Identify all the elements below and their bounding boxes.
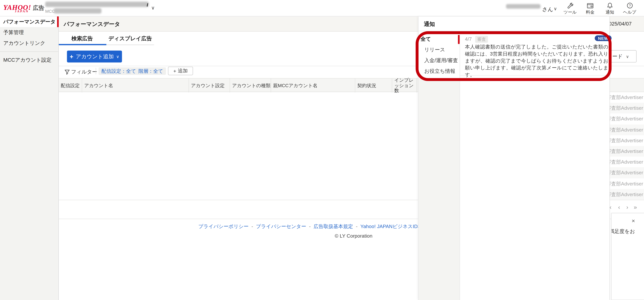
filter-separator <box>96 68 96 74</box>
account-name-redacted <box>45 2 149 7</box>
tab-label: 検索広告 <box>72 35 93 42</box>
filter-button[interactable]: フィルター <box>64 69 97 76</box>
header-nav-tools[interactable]: ツール <box>561 2 579 15</box>
filter-chip-delivery[interactable]: 配信設定：全て <box>98 67 139 75</box>
sidebar-item-performance-data[interactable]: パフォーマンスデータ <box>0 17 59 27</box>
notification-tab-payment-ops-review[interactable]: 入金/運用/審査 <box>424 57 458 64</box>
notification-item-border <box>460 75 610 76</box>
header-nav-help[interactable]: ? ヘルプ <box>620 2 638 15</box>
filter-chip-hierarchy[interactable]: 階層：全て <box>136 67 166 75</box>
user-suffix-label: さん <box>542 6 553 13</box>
footer-separator: - <box>309 224 311 229</box>
sidebar-item-budget[interactable]: 予算管理 <box>0 27 59 38</box>
notification-date: 4/7 <box>465 36 472 42</box>
pagination-last-icon[interactable]: » <box>634 204 637 210</box>
add-account-button[interactable]: + アカウント追加 ∨ <box>67 51 122 62</box>
header-nav-notifications[interactable]: 通知 <box>601 2 619 15</box>
selected-indicator <box>57 17 59 27</box>
user-menu-chevron-icon[interactable]: ∨ <box>554 6 557 12</box>
app-window: YAHOO! JAPAN 広告 ∨ MCC さん ∨ ツール 料金 <box>0 0 644 300</box>
top-header: YAHOO! JAPAN 広告 ∨ MCC さん ∨ ツール 料金 <box>0 0 644 17</box>
unread-indicator <box>458 35 460 44</box>
bell-icon <box>601 2 619 9</box>
billing-card-icon <box>581 2 599 9</box>
inactive-tab-underline <box>106 44 154 45</box>
svg-text:?: ? <box>629 4 630 8</box>
close-icon[interactable]: × <box>632 217 635 224</box>
column-header[interactable]: アカウント設定 <box>189 79 230 92</box>
pagination-prev-icon[interactable]: ‹ <box>618 204 620 210</box>
survey-toast: × 満足度をお <box>611 213 644 300</box>
notification-tab-tips[interactable]: お役立ち情報 <box>424 68 455 75</box>
footer-separator: - <box>252 224 253 229</box>
sidebar-divider <box>0 51 59 52</box>
add-filter-button[interactable]: + 追加 <box>168 67 193 75</box>
add-account-label: アカウント追加 <box>76 53 114 60</box>
tab-label: ディスプレイ広告 <box>108 35 152 42</box>
wrench-icon <box>561 2 579 9</box>
column-header[interactable]: アカウントの種類 <box>230 79 271 92</box>
header-nav-tools-label: ツール <box>561 10 579 15</box>
column-header[interactable]: 契約状況 <box>355 79 392 92</box>
plus-icon: + <box>70 53 73 60</box>
sidebar-item-label: パフォーマンスデータ <box>3 19 56 25</box>
header-nav-billing-label: 料金 <box>581 10 599 15</box>
column-header[interactable]: 親MCCアカウント名 <box>271 79 355 92</box>
new-badge: NEW <box>595 35 612 41</box>
mcc-label: MCC <box>45 9 55 14</box>
page-title: パフォーマンスデータ <box>64 21 120 28</box>
panel-rail-background <box>418 78 460 300</box>
account-switch-chevron-icon[interactable]: ∨ <box>151 5 155 11</box>
survey-text: 満足度をお <box>611 228 635 235</box>
copyright: © LY Corporation <box>335 233 372 239</box>
notification-panel: 通知 全て リリース 入金/運用/審査 お役立ち情報 4/7 審査 NEW 本人… <box>418 17 610 300</box>
notification-tab-release[interactable]: リリース <box>424 47 445 54</box>
header-nav-notifications-label: 通知 <box>601 10 619 15</box>
plus-icon: + <box>173 68 176 74</box>
footer-link-ad-rules[interactable]: 広告取扱基本規定 <box>314 224 353 229</box>
notification-tab-all[interactable]: 全て <box>420 36 431 43</box>
sidebar-item-label: アカウントリンク <box>3 40 45 46</box>
active-tab-underline <box>59 44 106 45</box>
sidebar-item-mcc-settings[interactable]: MCCアカウント設定 <box>0 55 59 65</box>
funnel-icon <box>64 70 70 75</box>
sidebar-item-account-link[interactable]: アカウントリンク <box>0 38 59 49</box>
panel-rail-divider <box>460 31 460 300</box>
yahoo-japan-ads-logo[interactable]: YAHOO! JAPAN 広告 <box>3 4 44 14</box>
column-header[interactable]: 配信設定 <box>59 79 82 92</box>
tab-display-ads[interactable]: ディスプレイ広告 <box>108 35 153 44</box>
tab-search-ads[interactable]: 検索広告 <box>66 35 98 44</box>
sidebar-item-label: 予算管理 <box>3 30 24 35</box>
add-filter-label: 追加 <box>178 67 188 74</box>
logo-service-text: 広告 <box>33 5 44 12</box>
header-nav-billing[interactable]: 料金 <box>581 2 599 15</box>
notification-category-badge: 審査 <box>475 36 488 43</box>
help-icon: ? <box>620 2 638 9</box>
sidebar-item-label: MCCアカウント設定 <box>3 57 52 63</box>
mcc-name-redacted <box>54 8 102 14</box>
footer-link-privacy-center[interactable]: プライバシーセンター <box>256 224 306 229</box>
column-header[interactable]: インプレッション数 <box>392 79 417 92</box>
user-name-redacted <box>506 4 540 9</box>
header-nav-help-label: ヘルプ <box>620 10 638 15</box>
filter-label: フィルター <box>71 69 97 76</box>
footer-separator: - <box>356 224 358 229</box>
chip-label: 階層：全て <box>138 68 163 74</box>
logo-japan-text: JAPAN <box>15 10 29 13</box>
column-header[interactable]: アカウント名 <box>82 79 189 92</box>
left-sidebar: パフォーマンスデータ 予算管理 アカウントリンク MCCアカウント設定 <box>0 17 59 300</box>
chevron-down-icon: ∨ <box>626 54 629 59</box>
panel-header-border <box>418 31 610 31</box>
notification-body[interactable]: 本人確認書類の送信が完了しました。ご提出いただいた書類の確認には、3営業日程度お… <box>465 44 608 79</box>
pagination-next-icon[interactable]: › <box>626 204 628 210</box>
chip-label: 配信設定：全て <box>102 68 136 74</box>
notification-panel-title: 通知 <box>424 21 435 28</box>
chevron-down-icon: ∨ <box>116 54 119 59</box>
footer-link-privacy-policy[interactable]: プライバシーポリシー <box>198 224 248 229</box>
